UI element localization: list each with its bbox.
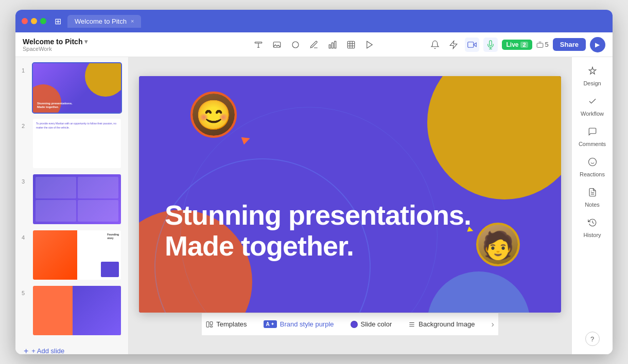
- workflow-panel-button[interactable]: Workflow: [575, 93, 610, 121]
- chart-tool-icon[interactable]: [325, 38, 340, 52]
- live-label: Live: [506, 41, 518, 48]
- slide-number-4: 4: [22, 234, 28, 241]
- avatar-face-1: [193, 94, 235, 136]
- active-tab[interactable]: Welcome to Pitch ×: [67, 15, 141, 28]
- slide-panel: 1 Stunning presentations.Made together. …: [15, 57, 129, 354]
- comments-icon: [588, 127, 597, 139]
- play-button[interactable]: ▶: [590, 37, 605, 52]
- slide-thumb-5[interactable]: [32, 285, 122, 336]
- live-badge[interactable]: Live 2: [502, 40, 532, 50]
- reactions-panel-button[interactable]: Reactions: [575, 153, 610, 181]
- svg-marker-13: [367, 41, 373, 48]
- svg-rect-20: [210, 321, 213, 324]
- draw-tool-icon[interactable]: [307, 38, 321, 52]
- comments-panel-button[interactable]: Comments: [575, 123, 610, 151]
- minimize-traffic-light[interactable]: [31, 18, 37, 24]
- svg-rect-15: [468, 42, 474, 47]
- slide-number-3: 3: [22, 178, 28, 185]
- tab-label: Welcome to Pitch: [75, 17, 127, 25]
- templates-label: Templates: [216, 320, 247, 328]
- live-count: 2: [520, 42, 528, 48]
- design-icon: [588, 66, 597, 78]
- history-panel-button[interactable]: History: [575, 214, 610, 242]
- slide-thumb-4[interactable]: Foundingstory: [32, 229, 122, 281]
- slide-item-4[interactable]: 4 Foundingstory: [22, 229, 122, 281]
- more-options-button[interactable]: ›: [487, 318, 498, 331]
- text-tool-icon[interactable]: [251, 38, 266, 52]
- history-icon: [588, 218, 597, 230]
- slide-thumb-inner-1: Stunning presentations.Made together.: [33, 63, 121, 113]
- design-panel-button[interactable]: Design: [575, 62, 610, 90]
- svg-point-25: [588, 158, 596, 166]
- background-image-button[interactable]: Background Image: [404, 318, 479, 330]
- slide-canvas[interactable]: ▶ ▶ Stunning presentations. Made togethe…: [139, 76, 561, 313]
- notes-label: Notes: [585, 202, 600, 208]
- slides-count: 5: [536, 41, 549, 48]
- svg-rect-7: [335, 41, 336, 48]
- shape-tool-icon[interactable]: [288, 38, 303, 52]
- mic-icon[interactable]: [483, 38, 498, 52]
- media-tool-icon[interactable]: [362, 38, 377, 52]
- background-label: Background Image: [418, 320, 475, 328]
- notes-panel-button[interactable]: Notes: [575, 184, 610, 212]
- slide-thumb-3[interactable]: [32, 173, 122, 225]
- close-traffic-light[interactable]: [22, 18, 28, 24]
- toolbar-right: Live 2 5 Share ▶: [428, 37, 605, 52]
- slide-thumb-inner-3: [33, 174, 121, 224]
- title-bar: ⊞ Welcome to Pitch ×: [15, 10, 613, 32]
- slide-number-2: 2: [22, 123, 28, 129]
- slide-item-2[interactable]: 2 To provide every Martian with an oppor…: [22, 118, 122, 169]
- bottom-toolbar: Templates A ✦ Brand style purple Slide c…: [202, 313, 498, 335]
- svg-rect-5: [329, 45, 330, 48]
- svg-rect-18: [537, 43, 543, 47]
- slide-thumb-1[interactable]: Stunning presentations.Made together.: [32, 62, 122, 114]
- avatar-1: [190, 92, 237, 138]
- circle-gold: [427, 76, 561, 199]
- bell-icon[interactable]: [428, 38, 442, 52]
- comments-label: Comments: [579, 141, 606, 147]
- main-content: 1 Stunning presentations.Made together. …: [15, 57, 613, 354]
- slide-thumb-2[interactable]: To provide every Martian with an opportu…: [32, 118, 122, 169]
- add-slide-label: + Add slide: [31, 347, 64, 354]
- workflow-icon: [588, 97, 597, 108]
- add-slide-button[interactable]: + + Add slide: [22, 342, 122, 354]
- brand-style-button[interactable]: A ✦ Brand style purple: [259, 318, 338, 330]
- canvas-area: ▶ ▶ Stunning presentations. Made togethe…: [129, 57, 571, 354]
- toolbar-left: Welcome to Pitch ▾ SpaceWork: [23, 38, 88, 52]
- brand-label: Brand style purple: [280, 320, 334, 328]
- slide-number-5: 5: [22, 290, 28, 296]
- grid-icon: ⊞: [55, 16, 61, 26]
- share-button[interactable]: Share: [553, 38, 586, 51]
- workspace-label: SpaceWork: [23, 46, 88, 52]
- tab-close-button[interactable]: ×: [131, 18, 134, 24]
- slide-item-5[interactable]: 5: [22, 285, 122, 336]
- svg-rect-8: [347, 41, 355, 48]
- toolbar: Welcome to Pitch ▾ SpaceWork: [15, 32, 613, 57]
- filename-label[interactable]: Welcome to Pitch ▾: [23, 38, 88, 46]
- design-label: Design: [583, 80, 601, 86]
- image-tool-icon[interactable]: [270, 38, 284, 52]
- slide-number-1: 1: [22, 67, 28, 74]
- color-dot: [351, 321, 358, 328]
- right-panel: Design Workflow Comments Reactions: [571, 57, 613, 354]
- chevron-label: ›: [491, 320, 494, 329]
- traffic-lights: [22, 18, 46, 24]
- slide-background: ▶ ▶ Stunning presentations. Made togethe…: [139, 76, 561, 313]
- slide-item-3[interactable]: 3: [22, 173, 122, 225]
- circle-blue-fill: [427, 271, 530, 313]
- table-tool-icon[interactable]: [344, 38, 358, 52]
- history-label: History: [583, 232, 601, 238]
- svg-rect-19: [206, 321, 209, 327]
- slide-color-button[interactable]: Slide color: [346, 318, 396, 330]
- slide-item-1[interactable]: 1 Stunning presentations.Made together.: [22, 62, 122, 114]
- svg-rect-0: [255, 42, 262, 43]
- filename-chevron: ▾: [84, 38, 88, 45]
- templates-button[interactable]: Templates: [202, 318, 251, 330]
- svg-rect-21: [210, 325, 213, 326]
- help-button[interactable]: ?: [585, 332, 600, 346]
- maximize-traffic-light[interactable]: [40, 18, 46, 24]
- zap-icon[interactable]: [446, 38, 461, 52]
- slide-thumb-inner-2: To provide every Martian with an opportu…: [33, 119, 121, 168]
- camera-icon[interactable]: [465, 38, 479, 52]
- reactions-label: Reactions: [580, 171, 605, 177]
